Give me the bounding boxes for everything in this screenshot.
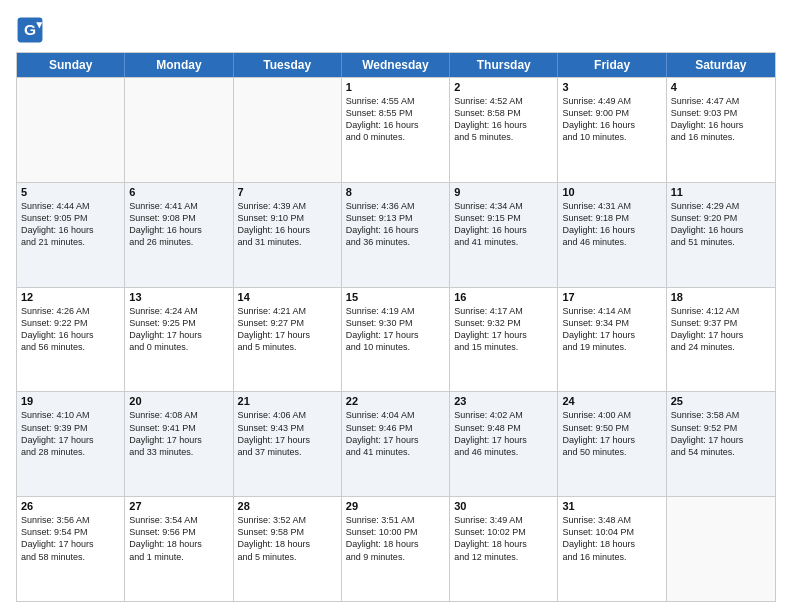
- cell-detail: Sunrise: 3:49 AM Sunset: 10:02 PM Daylig…: [454, 514, 553, 563]
- calendar-cell: 4Sunrise: 4:47 AM Sunset: 9:03 PM Daylig…: [667, 78, 775, 182]
- cell-detail: Sunrise: 4:12 AM Sunset: 9:37 PM Dayligh…: [671, 305, 771, 354]
- cell-detail: Sunrise: 4:24 AM Sunset: 9:25 PM Dayligh…: [129, 305, 228, 354]
- cell-detail: Sunrise: 4:02 AM Sunset: 9:48 PM Dayligh…: [454, 409, 553, 458]
- cell-detail: Sunrise: 4:08 AM Sunset: 9:41 PM Dayligh…: [129, 409, 228, 458]
- day-number: 26: [21, 500, 120, 512]
- day-number: 21: [238, 395, 337, 407]
- calendar-cell: 13Sunrise: 4:24 AM Sunset: 9:25 PM Dayli…: [125, 288, 233, 392]
- logo-icon: G: [16, 16, 44, 44]
- calendar-cell: 7Sunrise: 4:39 AM Sunset: 9:10 PM Daylig…: [234, 183, 342, 287]
- cell-detail: Sunrise: 4:19 AM Sunset: 9:30 PM Dayligh…: [346, 305, 445, 354]
- logo-area: G: [16, 16, 48, 44]
- day-number: 4: [671, 81, 771, 93]
- cell-detail: Sunrise: 4:52 AM Sunset: 8:58 PM Dayligh…: [454, 95, 553, 144]
- day-number: 11: [671, 186, 771, 198]
- day-number: 7: [238, 186, 337, 198]
- calendar-header: Sunday Monday Tuesday Wednesday Thursday…: [17, 53, 775, 77]
- calendar-week-4: 19Sunrise: 4:10 AM Sunset: 9:39 PM Dayli…: [17, 391, 775, 496]
- cell-detail: Sunrise: 3:52 AM Sunset: 9:58 PM Dayligh…: [238, 514, 337, 563]
- calendar-week-2: 5Sunrise: 4:44 AM Sunset: 9:05 PM Daylig…: [17, 182, 775, 287]
- calendar-cell: 2Sunrise: 4:52 AM Sunset: 8:58 PM Daylig…: [450, 78, 558, 182]
- calendar-cell: 21Sunrise: 4:06 AM Sunset: 9:43 PM Dayli…: [234, 392, 342, 496]
- header-saturday: Saturday: [667, 53, 775, 77]
- calendar-cell: 22Sunrise: 4:04 AM Sunset: 9:46 PM Dayli…: [342, 392, 450, 496]
- calendar-cell: 19Sunrise: 4:10 AM Sunset: 9:39 PM Dayli…: [17, 392, 125, 496]
- calendar-cell: 28Sunrise: 3:52 AM Sunset: 9:58 PM Dayli…: [234, 497, 342, 601]
- calendar-cell: 16Sunrise: 4:17 AM Sunset: 9:32 PM Dayli…: [450, 288, 558, 392]
- day-number: 1: [346, 81, 445, 93]
- cell-detail: Sunrise: 3:58 AM Sunset: 9:52 PM Dayligh…: [671, 409, 771, 458]
- day-number: 5: [21, 186, 120, 198]
- cell-detail: Sunrise: 4:39 AM Sunset: 9:10 PM Dayligh…: [238, 200, 337, 249]
- day-number: 30: [454, 500, 553, 512]
- day-number: 2: [454, 81, 553, 93]
- day-number: 3: [562, 81, 661, 93]
- day-number: 22: [346, 395, 445, 407]
- cell-detail: Sunrise: 4:17 AM Sunset: 9:32 PM Dayligh…: [454, 305, 553, 354]
- calendar-cell: 30Sunrise: 3:49 AM Sunset: 10:02 PM Dayl…: [450, 497, 558, 601]
- calendar-cell: 23Sunrise: 4:02 AM Sunset: 9:48 PM Dayli…: [450, 392, 558, 496]
- day-number: 10: [562, 186, 661, 198]
- calendar-cell: [667, 497, 775, 601]
- calendar-cell: 12Sunrise: 4:26 AM Sunset: 9:22 PM Dayli…: [17, 288, 125, 392]
- calendar-cell: 3Sunrise: 4:49 AM Sunset: 9:00 PM Daylig…: [558, 78, 666, 182]
- calendar-cell: 18Sunrise: 4:12 AM Sunset: 9:37 PM Dayli…: [667, 288, 775, 392]
- day-number: 18: [671, 291, 771, 303]
- page: G Sunday Monday Tuesday Wednesday Thursd…: [0, 0, 792, 612]
- cell-detail: Sunrise: 4:55 AM Sunset: 8:55 PM Dayligh…: [346, 95, 445, 144]
- cell-detail: Sunrise: 4:31 AM Sunset: 9:18 PM Dayligh…: [562, 200, 661, 249]
- calendar-cell: 6Sunrise: 4:41 AM Sunset: 9:08 PM Daylig…: [125, 183, 233, 287]
- cell-detail: Sunrise: 4:00 AM Sunset: 9:50 PM Dayligh…: [562, 409, 661, 458]
- calendar-cell: 27Sunrise: 3:54 AM Sunset: 9:56 PM Dayli…: [125, 497, 233, 601]
- day-number: 9: [454, 186, 553, 198]
- cell-detail: Sunrise: 3:54 AM Sunset: 9:56 PM Dayligh…: [129, 514, 228, 563]
- day-number: 6: [129, 186, 228, 198]
- calendar-cell: [234, 78, 342, 182]
- calendar-cell: 15Sunrise: 4:19 AM Sunset: 9:30 PM Dayli…: [342, 288, 450, 392]
- day-number: 20: [129, 395, 228, 407]
- calendar: Sunday Monday Tuesday Wednesday Thursday…: [16, 52, 776, 602]
- header-sunday: Sunday: [17, 53, 125, 77]
- calendar-cell: 14Sunrise: 4:21 AM Sunset: 9:27 PM Dayli…: [234, 288, 342, 392]
- day-number: 29: [346, 500, 445, 512]
- calendar-cell: 1Sunrise: 4:55 AM Sunset: 8:55 PM Daylig…: [342, 78, 450, 182]
- cell-detail: Sunrise: 4:34 AM Sunset: 9:15 PM Dayligh…: [454, 200, 553, 249]
- cell-detail: Sunrise: 4:10 AM Sunset: 9:39 PM Dayligh…: [21, 409, 120, 458]
- calendar-cell: 24Sunrise: 4:00 AM Sunset: 9:50 PM Dayli…: [558, 392, 666, 496]
- calendar-week-1: 1Sunrise: 4:55 AM Sunset: 8:55 PM Daylig…: [17, 77, 775, 182]
- day-number: 12: [21, 291, 120, 303]
- calendar-cell: 20Sunrise: 4:08 AM Sunset: 9:41 PM Dayli…: [125, 392, 233, 496]
- calendar-cell: 17Sunrise: 4:14 AM Sunset: 9:34 PM Dayli…: [558, 288, 666, 392]
- header-tuesday: Tuesday: [234, 53, 342, 77]
- cell-detail: Sunrise: 4:06 AM Sunset: 9:43 PM Dayligh…: [238, 409, 337, 458]
- day-number: 24: [562, 395, 661, 407]
- calendar-cell: 10Sunrise: 4:31 AM Sunset: 9:18 PM Dayli…: [558, 183, 666, 287]
- calendar-week-3: 12Sunrise: 4:26 AM Sunset: 9:22 PM Dayli…: [17, 287, 775, 392]
- calendar-cell: 26Sunrise: 3:56 AM Sunset: 9:54 PM Dayli…: [17, 497, 125, 601]
- cell-detail: Sunrise: 3:48 AM Sunset: 10:04 PM Daylig…: [562, 514, 661, 563]
- day-number: 17: [562, 291, 661, 303]
- cell-detail: Sunrise: 4:36 AM Sunset: 9:13 PM Dayligh…: [346, 200, 445, 249]
- calendar-cell: 29Sunrise: 3:51 AM Sunset: 10:00 PM Dayl…: [342, 497, 450, 601]
- cell-detail: Sunrise: 4:26 AM Sunset: 9:22 PM Dayligh…: [21, 305, 120, 354]
- calendar-cell: 5Sunrise: 4:44 AM Sunset: 9:05 PM Daylig…: [17, 183, 125, 287]
- cell-detail: Sunrise: 4:29 AM Sunset: 9:20 PM Dayligh…: [671, 200, 771, 249]
- calendar-week-5: 26Sunrise: 3:56 AM Sunset: 9:54 PM Dayli…: [17, 496, 775, 601]
- cell-detail: Sunrise: 3:56 AM Sunset: 9:54 PM Dayligh…: [21, 514, 120, 563]
- day-number: 31: [562, 500, 661, 512]
- day-number: 8: [346, 186, 445, 198]
- cell-detail: Sunrise: 4:21 AM Sunset: 9:27 PM Dayligh…: [238, 305, 337, 354]
- calendar-cell: 9Sunrise: 4:34 AM Sunset: 9:15 PM Daylig…: [450, 183, 558, 287]
- header-friday: Friday: [558, 53, 666, 77]
- header-monday: Monday: [125, 53, 233, 77]
- header: G: [16, 16, 776, 44]
- cell-detail: Sunrise: 4:47 AM Sunset: 9:03 PM Dayligh…: [671, 95, 771, 144]
- cell-detail: Sunrise: 4:41 AM Sunset: 9:08 PM Dayligh…: [129, 200, 228, 249]
- day-number: 27: [129, 500, 228, 512]
- day-number: 19: [21, 395, 120, 407]
- cell-detail: Sunrise: 4:49 AM Sunset: 9:00 PM Dayligh…: [562, 95, 661, 144]
- cell-detail: Sunrise: 4:44 AM Sunset: 9:05 PM Dayligh…: [21, 200, 120, 249]
- calendar-cell: 11Sunrise: 4:29 AM Sunset: 9:20 PM Dayli…: [667, 183, 775, 287]
- day-number: 25: [671, 395, 771, 407]
- svg-text:G: G: [24, 21, 36, 38]
